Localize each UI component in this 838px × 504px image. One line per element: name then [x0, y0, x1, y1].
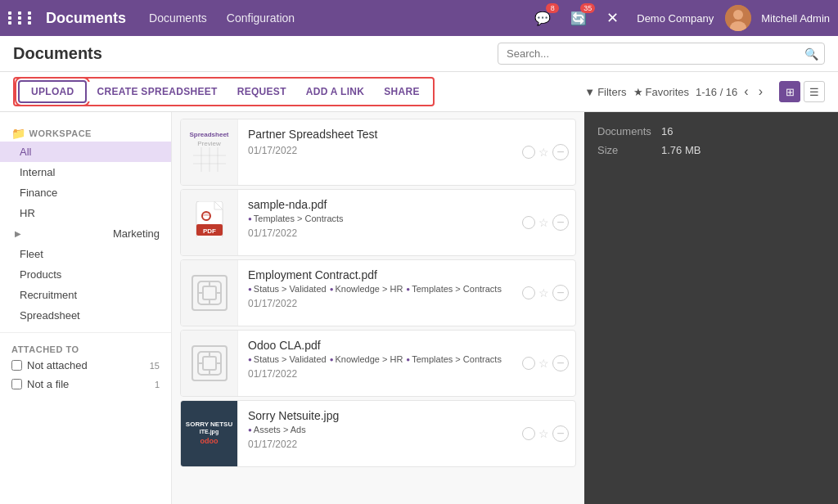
search-icon: 🔍 — [804, 47, 818, 61]
not-a-file-label: Not a file — [27, 378, 69, 390]
sidebar-not-attached[interactable]: Not attached 15 — [0, 356, 171, 375]
doc-select-circle[interactable] — [522, 427, 535, 440]
app-grid-icon[interactable] — [8, 11, 36, 25]
company-name[interactable]: Demo Company — [637, 12, 714, 25]
doc-star-icon[interactable]: ☆ — [538, 146, 549, 159]
doc-menu-icon[interactable]: − — [552, 355, 569, 371]
favorites-button[interactable]: ★ Favorites — [633, 86, 689, 98]
table-row[interactable]: SORRY NETSU ITE.jpg odoo Sorry Netsuite.… — [180, 400, 576, 467]
doc-menu-icon[interactable]: − — [552, 425, 569, 442]
doc-tag: Templates > Contracts — [248, 214, 344, 223]
spreadsheet-preview-thumb: Spreadsheet Preview — [182, 124, 235, 180]
create-spreadsheet-button[interactable]: CREATE SPREADSHEET — [87, 82, 227, 101]
doc-menu-icon[interactable]: − — [552, 214, 569, 231]
star-icon: ★ — [633, 86, 643, 98]
main-area: Documents 🔍 UPLOAD CREATE SPREADSHEET RE… — [0, 36, 838, 504]
app-logo: Documents — [46, 10, 126, 27]
doc-star-icon[interactable]: ☆ — [538, 286, 549, 299]
messages-badge[interactable]: 💬 8 — [531, 7, 554, 29]
sidebar-item-finance[interactable]: Finance — [0, 182, 171, 203]
request-button[interactable]: REQUEST — [228, 82, 296, 101]
doc-name: sample-nda.pdf — [248, 198, 512, 211]
doc-select-circle[interactable] — [522, 146, 535, 159]
doc-star-icon[interactable]: ☆ — [538, 357, 549, 370]
add-link-button[interactable]: ADD A LINK — [296, 82, 374, 101]
doc-select-circle[interactable] — [522, 286, 535, 299]
search-input[interactable] — [498, 43, 825, 65]
doc-thumbnail: PDF — [181, 190, 238, 255]
sidebar-spreadsheet-label: Spreadsheet — [20, 309, 80, 322]
favorites-label: Favorites — [646, 86, 689, 98]
sidebar-item-fleet[interactable]: Fleet — [0, 244, 171, 264]
sidebar-item-spreadsheet[interactable]: Spreadsheet — [0, 305, 171, 326]
doc-date: 01/17/2022 — [248, 368, 512, 380]
workspace-heading: 📁 WORKSPACE — [0, 122, 171, 142]
page-toolbar: Documents 🔍 — [0, 36, 838, 72]
top-navigation: Documents Documents Configuration 💬 8 🔄 … — [0, 0, 838, 36]
doc-thumbnail: Spreadsheet Preview — [181, 119, 238, 185]
doc-menu-icon[interactable]: − — [552, 144, 569, 160]
docs-stat-value: 16 — [661, 125, 673, 137]
list-view-button[interactable]: ☰ — [804, 81, 825, 102]
folder-icon: 📁 — [11, 127, 26, 140]
next-page-button[interactable]: › — [755, 83, 766, 101]
sidebar-item-marketing[interactable]: ▶ Marketing — [0, 223, 171, 244]
table-row[interactable]: Odoo CLA.pdf Status > Validated Knowledg… — [180, 330, 576, 397]
doc-tags: Status > Validated Knowledge > HR Templa… — [248, 354, 512, 364]
doc-tag: Knowledge > HR — [330, 354, 403, 364]
doc-tag: Templates > Contracts — [406, 284, 502, 294]
not-a-file-checkbox[interactable] — [11, 379, 22, 389]
doc-tag: Knowledge > HR — [330, 284, 403, 294]
nav-configuration[interactable]: Configuration — [220, 8, 301, 28]
sidebar-recruitment-label: Recruitment — [20, 289, 77, 301]
activity-badge[interactable]: 🔄 35 — [567, 7, 590, 29]
svg-rect-21 — [203, 357, 216, 370]
not-attached-label: Not attached — [27, 359, 88, 371]
size-stat-label: Size — [597, 144, 655, 156]
doc-select-circle[interactable] — [522, 357, 535, 370]
share-button[interactable]: SHARE — [374, 82, 430, 101]
doc-actions: ☆ − — [522, 190, 575, 255]
sidebar-not-a-file[interactable]: Not a file 1 — [0, 375, 171, 394]
sidebar-item-all[interactable]: All — [0, 142, 171, 162]
doc-select-circle[interactable] — [522, 216, 535, 229]
grid-view-button[interactable]: ⊞ — [779, 81, 800, 102]
close-icon[interactable]: ✕ — [606, 9, 619, 27]
svg-point-1 — [733, 10, 743, 20]
sidebar: 📁 WORKSPACE All Internal Finance HR ▶ M — [0, 112, 172, 504]
attached-section: ATTACHED TO Not attached 15 Not a file 1 — [0, 340, 171, 394]
sidebar-item-recruitment[interactable]: Recruitment — [0, 285, 171, 305]
avatar[interactable] — [725, 5, 751, 31]
doc-star-icon[interactable]: ☆ — [538, 427, 549, 440]
sidebar-item-hr[interactable]: HR — [0, 203, 171, 223]
document-list-area: Spreadsheet Preview — [172, 112, 584, 504]
not-attached-checkbox[interactable] — [11, 360, 22, 371]
sidebar-item-products[interactable]: Products — [0, 264, 171, 285]
sidebar-all-label: All — [20, 146, 31, 158]
table-row[interactable]: Spreadsheet Preview — [180, 119, 576, 186]
table-row[interactable]: PDF sample-nda.pdf Templates > Contracts… — [180, 189, 576, 256]
activity-count: 35 — [580, 3, 595, 13]
workspace-label: WORKSPACE — [29, 128, 92, 138]
doc-menu-icon[interactable]: − — [552, 285, 569, 301]
sidebar-item-internal[interactable]: Internal — [0, 162, 171, 182]
sidebar-products-label: Products — [20, 268, 61, 281]
doc-star-icon[interactable]: ☆ — [538, 216, 549, 229]
action-buttons-group: UPLOAD CREATE SPREADSHEET REQUEST ADD A … — [13, 77, 435, 106]
prev-page-button[interactable]: ‹ — [741, 83, 751, 101]
right-panel: Documents 16 Size 1.76 MB — [584, 112, 838, 504]
doc-actions: ☆ − — [522, 119, 575, 185]
doc-tag: Status > Validated — [248, 284, 327, 294]
doc-actions: ☆ − — [522, 331, 575, 396]
user-name[interactable]: Mitchell Admin — [761, 12, 830, 25]
filters-button[interactable]: ▼ Filters — [584, 86, 626, 98]
sidebar-fleet-label: Fleet — [20, 248, 43, 260]
upload-button[interactable]: UPLOAD — [18, 80, 87, 103]
doc-actions: ☆ − — [522, 260, 575, 326]
doc-content: Odoo CLA.pdf Status > Validated Knowledg… — [238, 331, 522, 396]
table-row[interactable]: Employment Contract.pdf Status > Validat… — [180, 259, 576, 326]
attached-label: ATTACHED TO — [11, 344, 79, 354]
doc-tag: Templates > Contracts — [406, 354, 502, 364]
doc-tags: Templates > Contracts — [248, 214, 512, 223]
nav-documents[interactable]: Documents — [142, 8, 214, 28]
